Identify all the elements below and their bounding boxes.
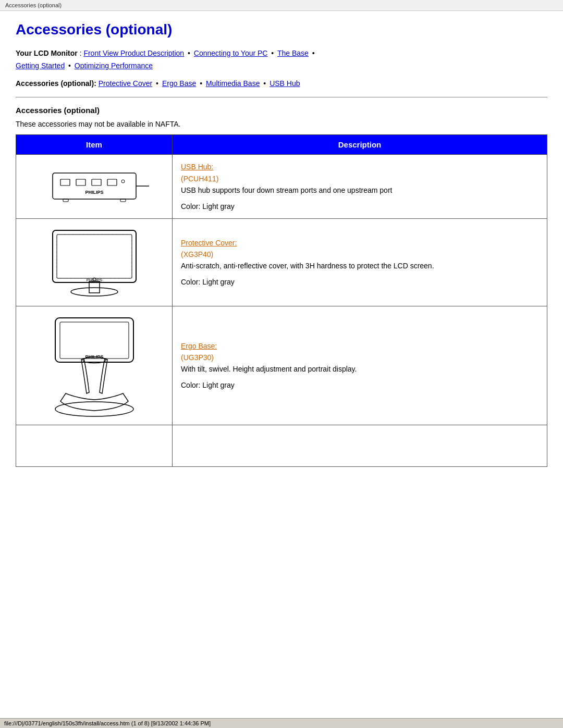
item-image-usb-hub: PHILIPS	[16, 155, 173, 219]
item-description-usb-hub: USB hub supports four down stream ports …	[181, 184, 538, 196]
nav-link-getting-started[interactable]: Getting Started	[16, 61, 65, 70]
svg-text:PHILIPS: PHILIPS	[86, 278, 102, 282]
item-desc-protective-cover: Protective Cover: (XG3P40) Anti-scratch,…	[173, 218, 547, 306]
svg-rect-13	[57, 235, 132, 278]
nav-link-the-base[interactable]: The Base	[277, 49, 309, 57]
svg-rect-1	[60, 179, 70, 186]
item-code-ergo-base: (UG3P30)	[181, 353, 214, 362]
item-name-ergo-base[interactable]: Ergo Base:	[181, 342, 217, 350]
acc-link-usb-hub[interactable]: USB Hub	[270, 79, 300, 88]
svg-rect-0	[53, 173, 136, 199]
protective-cover-svg: PHILIPS	[37, 225, 152, 298]
item-color-ergo-base: Color: Light gray	[181, 379, 538, 391]
svg-text:PHILIPS: PHILIPS	[85, 190, 103, 195]
svg-point-16	[55, 402, 133, 416]
item-image-protective-cover: PHILIPS	[16, 218, 173, 306]
nav-link-front-view[interactable]: Front View Product Description	[83, 49, 184, 57]
svg-rect-4	[107, 179, 117, 186]
your-lcd-label: Your LCD Monitor	[16, 49, 78, 57]
page-content: Accessories (optional) Your LCD Monitor …	[0, 11, 563, 477]
browser-tab: Accessories (optional)	[0, 0, 563, 11]
svg-rect-2	[76, 179, 85, 186]
svg-rect-18	[60, 322, 129, 359]
svg-point-10	[71, 288, 118, 296]
item-description-protective-cover: Anti-scratch, anti-reflective cover, wit…	[181, 260, 538, 272]
svg-rect-12	[53, 230, 136, 282]
item-image-ergo-base: PHILIPS	[16, 306, 173, 425]
accessories-nav-label: Accessories (optional):	[16, 79, 96, 88]
table-row: PHILIPS Ergo Base: (UG3P30) With tilt, s…	[16, 306, 547, 425]
section-title: Accessories (optional)	[16, 106, 547, 115]
item-color-protective-cover: Color: Light gray	[181, 276, 538, 288]
nav-link-connecting[interactable]: Connecting to Your PC	[194, 49, 268, 57]
item-color-usb-hub: Color: Light gray	[181, 201, 538, 212]
item-name-protective-cover[interactable]: Protective Cover:	[181, 239, 237, 247]
col-item: Item	[16, 135, 173, 155]
item-description-ergo-base: With tilt, swivel. Height adjustment and…	[181, 363, 538, 375]
nafta-note: These accessories may not be available i…	[16, 120, 547, 128]
usb-hub-svg: PHILIPS	[37, 163, 152, 209]
table-header-row: Item Description	[16, 135, 547, 155]
tab-label: Accessories (optional)	[5, 2, 62, 8]
page-title: Accessories (optional)	[16, 21, 547, 38]
svg-point-6	[121, 180, 125, 183]
acc-link-multimedia-base[interactable]: Multimedia Base	[206, 79, 260, 88]
item-code-protective-cover: (XG3P40)	[181, 250, 213, 258]
accessories-table: Item Description	[16, 134, 547, 467]
item-image-empty	[16, 425, 173, 466]
table-row-empty	[16, 425, 547, 466]
nav-section: Your LCD Monitor : Front View Product De…	[16, 47, 547, 72]
accessories-nav: Accessories (optional): Protective Cover…	[16, 78, 547, 90]
acc-link-ergo-base[interactable]: Ergo Base	[162, 79, 196, 88]
nav-link-optimizing[interactable]: Optimizing Performance	[75, 61, 153, 70]
svg-rect-11	[89, 281, 100, 293]
item-desc-empty	[173, 425, 547, 466]
ergo-base-svg: PHILIPS	[37, 313, 152, 417]
item-code-usb-hub: (PCUH411)	[181, 175, 218, 183]
table-row: PHILIPS Protective Cover: (XG3P40) Anti-…	[16, 218, 547, 306]
divider	[16, 97, 547, 97]
acc-link-protective-cover[interactable]: Protective Cover	[99, 79, 152, 88]
item-desc-usb-hub: USB Hub: (PCUH411) USB hub supports four…	[173, 155, 547, 219]
item-name-usb-hub[interactable]: USB Hub:	[181, 163, 213, 171]
col-description: Description	[173, 135, 547, 155]
item-desc-ergo-base: Ergo Base: (UG3P30) With tilt, swivel. H…	[173, 306, 547, 425]
table-row: PHILIPS USB Hub: (PCUH4	[16, 155, 547, 219]
svg-rect-3	[92, 179, 101, 186]
